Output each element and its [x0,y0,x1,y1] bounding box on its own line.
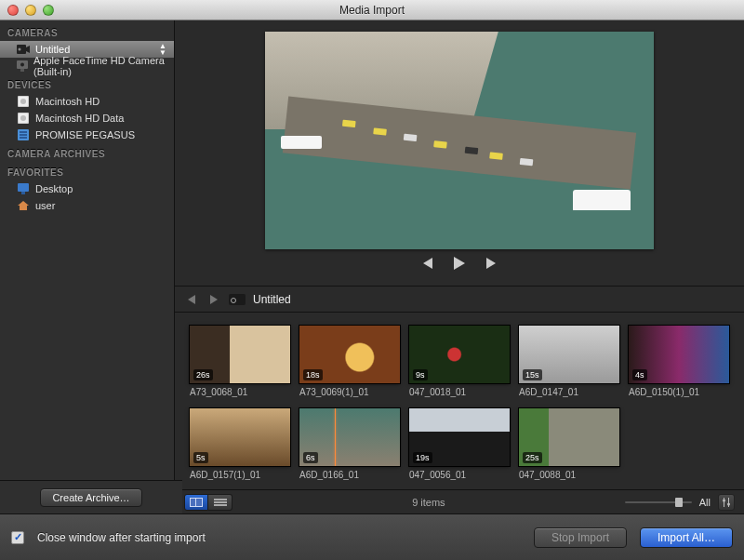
sidebar-item[interactable]: Macintosh HD [0,93,174,110]
list-view-button[interactable] [208,494,232,511]
clip-duration-badge: 18s [303,369,323,380]
clip-thumbnail[interactable]: 26s [190,326,290,383]
home-icon [17,199,30,212]
next-button[interactable] [483,255,503,272]
svg-rect-4 [20,69,24,72]
sidebar-item-label: Macintosh HD [35,96,100,107]
play-button[interactable] [449,255,470,272]
filmstrip-view-button[interactable] [184,494,208,511]
import-all-button[interactable]: Import All… [640,527,733,548]
svg-rect-15 [18,183,29,192]
window-title: Media Import [0,4,744,17]
clip-duration-badge: 6s [303,452,318,463]
clip-item[interactable]: 9s047_0018_01 [409,326,510,397]
window-footer: ✓ Close window after starting import Sto… [0,513,744,560]
preview-viewer[interactable] [265,32,654,249]
clip-name-label: 047_0088_01 [519,470,619,480]
sidebar-item-label: PROMISE PEGASUS [35,129,135,140]
clip-thumbnail[interactable]: 6s [299,408,400,466]
sidebar-item-label: user [35,200,55,211]
svg-rect-16 [21,192,25,194]
svg-point-10 [20,115,26,121]
clip-duration-badge: 4s [632,369,647,380]
svg-point-25 [723,499,725,501]
svg-rect-14 [20,137,27,139]
create-archive-button[interactable]: Create Archive… [40,488,141,507]
svg-point-3 [20,63,24,67]
sidebar-section-header: CAMERA ARCHIVES [0,143,174,162]
clip-item[interactable]: 26sA73_0068_01 [190,326,290,397]
browser-footer: 9 items All [175,489,744,513]
clip-name-label: 047_0018_01 [409,387,510,397]
svg-rect-19 [196,499,202,506]
clip-name-label: A6D_0147_01 [519,387,619,397]
sidebar-item-label: Desktop [35,183,73,194]
clip-thumbnail[interactable]: 5s [190,408,290,466]
raid-icon [17,128,30,141]
titlebar: Media Import [0,0,744,20]
sidebar-item[interactable]: user [0,197,174,214]
clip-grid: 26sA73_0068_0118sA73_0069(1)_019s047_001… [175,313,744,489]
clip-duration-badge: 5s [193,452,208,463]
clip-item[interactable]: 5sA6D_0157(1)_01 [190,408,290,480]
clip-thumbnail[interactable]: 15s [519,326,619,383]
close-window-checkbox[interactable]: ✓ [11,531,24,544]
clip-thumbnail[interactable]: 4s [629,326,729,383]
nav-forward-button[interactable] [206,293,221,306]
desktop-icon [17,182,30,195]
clip-name-label: A6D_0166_01 [299,470,400,480]
sidebar-footer: Create Archive… [0,480,182,513]
clip-item[interactable]: 6sA6D_0166_01 [299,408,400,480]
playhead-indicator [335,408,336,466]
clip-item[interactable]: 25s047_0088_01 [519,408,619,480]
clip-name-label: 047_0056_01 [409,470,510,480]
svg-rect-13 [20,134,27,136]
prev-button[interactable] [416,255,436,272]
sidebar-item[interactable]: PROMISE PEGASUS [0,127,174,143]
clip-duration-badge: 9s [413,369,428,380]
clip-thumbnail[interactable]: 9s [409,326,510,383]
clip-item[interactable]: 19s047_0056_01 [409,408,510,480]
sidebar-item-label: Untitled [35,44,70,55]
svg-rect-20 [214,499,227,500]
close-window-label: Close window after starting import [37,531,206,544]
svg-rect-18 [191,499,195,506]
webcam-icon [17,60,28,73]
clip-thumbnail[interactable]: 18s [299,326,400,383]
thumbnail-size-all-label: All [699,497,711,508]
clip-name-label: A73_0068_01 [190,387,290,397]
clip-name-label: A6D_0150(1)_01 [629,387,729,397]
clip-duration-badge: 19s [413,452,432,463]
thumbnail-size-slider[interactable] [625,501,692,503]
svg-rect-22 [214,504,227,506]
svg-rect-12 [20,131,27,133]
view-mode-segmented[interactable] [184,494,232,511]
breadcrumb: Untitled [253,293,291,306]
svg-rect-21 [214,501,227,503]
clip-item[interactable]: 4sA6D_0150(1)_01 [629,326,729,397]
sidebar-item[interactable]: Apple FaceTime HD Camera (Built-in) [0,58,174,74]
sidebar-item[interactable]: Desktop [0,180,174,197]
sidebar-section-header: DEVICES [0,74,174,93]
clip-name-label: A6D_0157(1)_01 [190,470,290,480]
stop-import-button[interactable]: Stop Import [534,527,627,548]
sidebar-item[interactable]: Macintosh HD Data [0,110,174,127]
clip-duration-badge: 25s [523,452,542,463]
clip-duration-badge: 15s [523,369,542,380]
clip-duration-badge: 26s [193,369,213,380]
camcorder-icon [229,294,246,305]
svg-point-7 [20,99,26,104]
sidebar-section-header: FAVORITES [0,162,174,180]
clip-item[interactable]: 15sA6D_0147_01 [519,326,619,397]
clip-thumbnail[interactable]: 19s [409,408,510,466]
settings-gear-button[interactable] [718,494,735,511]
chevron-up-down-icon[interactable]: ▲▼ [159,43,166,56]
clip-item[interactable]: 18sA73_0069(1)_01 [299,326,400,397]
sidebar-section-header: CAMERAS [0,22,174,41]
preview-area [175,20,744,287]
hdd-icon [17,112,30,125]
clip-thumbnail[interactable]: 25s [519,408,619,466]
clip-name-label: A73_0069(1)_01 [299,387,400,397]
camcorder-icon [17,43,30,56]
nav-back-button[interactable] [184,293,199,306]
